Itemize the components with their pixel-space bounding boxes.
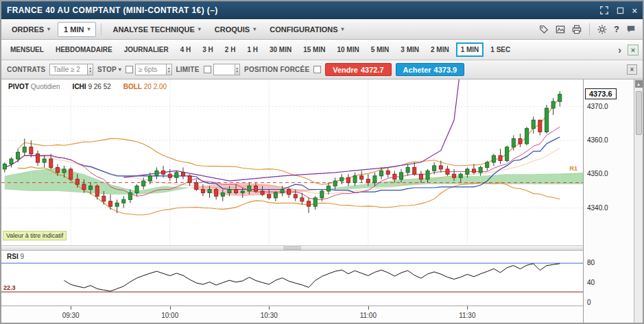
timeframe-label: 1 MIN bbox=[64, 25, 84, 34]
orders-menu[interactable]: ORDRES▾ bbox=[5, 22, 56, 37]
snapshot-image-icon[interactable] bbox=[553, 23, 568, 36]
timeframe-15min[interactable]: 15 MIN bbox=[298, 42, 330, 57]
panel-splitter[interactable] bbox=[1, 245, 583, 251]
last-price-box: 4373.6 bbox=[585, 88, 617, 99]
candle bbox=[182, 173, 185, 176]
timeframe-10min[interactable]: 10 MIN bbox=[332, 42, 363, 57]
stop-checkbox[interactable] bbox=[126, 66, 133, 73]
candle bbox=[340, 177, 344, 181]
timeframe-hebdomadaire[interactable]: HEBDOMADAIRE bbox=[51, 42, 117, 57]
next-timeframes-chevron-icon[interactable]: › bbox=[614, 45, 625, 55]
candle bbox=[333, 181, 337, 186]
splitter-grip-icon bbox=[283, 247, 301, 249]
price-axis[interactable]: 4373.6 4370.04360.04350.04340.080400 bbox=[583, 79, 634, 323]
chart-scrollbar[interactable]: ▴ bbox=[634, 79, 643, 323]
candle bbox=[499, 155, 502, 160]
separator bbox=[589, 23, 590, 36]
timeframe-journalier[interactable]: JOURNALIER bbox=[119, 42, 174, 57]
timeframe-menu[interactable]: 1 MIN▾ bbox=[58, 22, 96, 37]
rsi-line bbox=[64, 264, 560, 291]
price-chart-svg: R1 bbox=[1, 79, 583, 245]
candle bbox=[254, 186, 258, 191]
chart-region: PIVOT Quotidien ICHI 9 26 52 BOLL 20 2.0… bbox=[1, 79, 643, 323]
configurations-menu[interactable]: CONFIGURATIONS▾ bbox=[263, 22, 350, 37]
contract-size-input[interactable]: Taille ≥ 2 bbox=[49, 64, 88, 75]
close-timeframe-bar-icon[interactable]: × bbox=[628, 45, 639, 55]
chat-bubble-icon[interactable] bbox=[623, 23, 639, 36]
rsi-axis-label: 0 bbox=[587, 299, 591, 306]
candle bbox=[327, 186, 331, 191]
timeframe-5min[interactable]: 5 MIN bbox=[366, 42, 394, 57]
size-stepper[interactable]: ▴▾ bbox=[88, 64, 93, 75]
gear-icon[interactable] bbox=[595, 23, 610, 36]
limit-input[interactable] bbox=[213, 64, 235, 75]
buy-label: Acheter bbox=[403, 66, 431, 74]
candle bbox=[505, 147, 509, 161]
stop-distance-input[interactable]: ≥ 6pts bbox=[135, 64, 167, 75]
time-label: 11:30 bbox=[459, 312, 475, 319]
indicative-value-notice: Valeur à titre indicatif bbox=[3, 231, 67, 240]
candle bbox=[148, 176, 152, 181]
scroll-up-icon[interactable]: ▴ bbox=[635, 80, 643, 88]
time-tick bbox=[71, 306, 71, 310]
candle bbox=[512, 138, 515, 147]
stop-stepper[interactable]: ▴▾ bbox=[167, 64, 172, 75]
timeframe-3h[interactable]: 3 H bbox=[198, 42, 218, 57]
orders-label: ORDRES bbox=[12, 25, 44, 34]
price-tag-icon[interactable] bbox=[536, 23, 551, 36]
close-window-icon[interactable]: × bbox=[632, 6, 637, 15]
sell-price: 4372.7 bbox=[361, 66, 384, 74]
plot-column: PIVOT Quotidien ICHI 9 26 52 BOLL 20 2.0… bbox=[1, 79, 583, 323]
candle bbox=[366, 179, 370, 183]
timeframe-3min[interactable]: 3 MIN bbox=[396, 42, 424, 57]
buy-button[interactable]: Acheter 4373.9 bbox=[396, 63, 465, 76]
candle bbox=[75, 179, 79, 184]
time-axis: 09:3010:0010:3011:0011:30 bbox=[1, 306, 583, 323]
price-label: 4360.0 bbox=[587, 136, 608, 144]
menu-toolbar: ORDRES▾ 1 MIN▾ ANALYSE TECHNIQUE▾ CROQUI… bbox=[1, 19, 643, 40]
cloud-bullish bbox=[31, 167, 58, 191]
candle bbox=[413, 167, 416, 174]
detach-window-icon[interactable] bbox=[616, 6, 625, 15]
time-label: 10:00 bbox=[161, 312, 178, 319]
help-icon[interactable]: ? bbox=[611, 23, 622, 36]
candle bbox=[287, 190, 291, 195]
timeframe-1h[interactable]: 1 H bbox=[242, 42, 263, 57]
limit-stepper[interactable]: ▴▾ bbox=[235, 64, 241, 75]
candle bbox=[492, 155, 495, 162]
main-price-chart[interactable]: PIVOT Quotidien ICHI 9 26 52 BOLL 20 2.0… bbox=[1, 79, 583, 245]
timeframe-2h[interactable]: 2 H bbox=[220, 42, 241, 57]
candle bbox=[446, 169, 449, 174]
rsi-panel[interactable]: RSI 9 22.3 bbox=[1, 251, 583, 306]
fullscreen-icon[interactable] bbox=[599, 5, 609, 15]
stop-menu[interactable]: STOP▾ bbox=[97, 66, 121, 73]
candle bbox=[380, 171, 383, 175]
time-label: 10:30 bbox=[261, 312, 278, 319]
close-order-bar-icon[interactable]: × bbox=[627, 64, 637, 75]
timeframe-2min[interactable]: 2 MIN bbox=[426, 42, 454, 57]
timeframe-4h[interactable]: 4 H bbox=[176, 42, 196, 57]
candle bbox=[360, 176, 363, 179]
title-bar[interactable]: FRANCE 40 AU COMPTANT (MINI-CONTRAT 1€) … bbox=[1, 1, 643, 19]
candle bbox=[36, 154, 40, 162]
candle bbox=[433, 166, 436, 171]
sketch-menu[interactable]: CROQUIS▾ bbox=[208, 22, 262, 37]
technical-analysis-menu[interactable]: ANALYSE TECHNIQUE▾ bbox=[106, 22, 206, 37]
limit-checkbox[interactable] bbox=[204, 66, 211, 73]
scrollbar-handle[interactable] bbox=[636, 91, 642, 135]
sell-button[interactable]: Vendre 4372.7 bbox=[325, 63, 391, 76]
candle bbox=[3, 164, 6, 169]
candle bbox=[313, 198, 317, 206]
chevron-down-icon: ▾ bbox=[87, 26, 90, 32]
candle bbox=[102, 196, 106, 201]
timeframe-1sec[interactable]: 1 SEC bbox=[486, 42, 515, 57]
timeframe-1min-selected[interactable]: 1 MIN bbox=[456, 42, 484, 57]
candle bbox=[406, 167, 409, 172]
print-icon[interactable] bbox=[569, 23, 584, 36]
timeframe-30min[interactable]: 30 MIN bbox=[265, 42, 296, 57]
timeframe-mensuel[interactable]: MENSUEL bbox=[5, 42, 49, 57]
candle bbox=[228, 190, 231, 193]
candle bbox=[56, 167, 59, 172]
forced-position-checkbox[interactable] bbox=[313, 66, 321, 73]
candle bbox=[10, 159, 13, 164]
